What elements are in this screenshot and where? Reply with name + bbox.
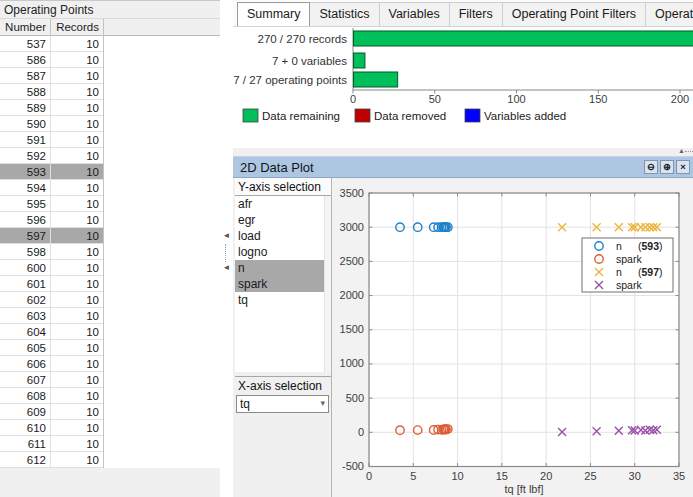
cell-records[interactable]: 10 xyxy=(51,196,104,212)
column-header-number[interactable]: Number xyxy=(0,19,51,36)
table-row[interactable]: 58810 xyxy=(0,84,104,100)
x-axis-dropdown[interactable]: tq ▾ xyxy=(236,395,329,413)
cell-number[interactable]: 608 xyxy=(0,388,51,404)
table-row[interactable]: 61210 xyxy=(0,452,104,468)
collapse-up-arrow-icon[interactable]: ▲ xyxy=(678,147,685,154)
table-row[interactable]: 59310 xyxy=(0,164,104,180)
tab-variables[interactable]: Variables xyxy=(379,2,450,26)
table-row[interactable]: 60210 xyxy=(0,292,104,308)
undock-icon[interactable]: ⊖ xyxy=(644,160,658,174)
cell-records[interactable]: 10 xyxy=(51,148,104,164)
splitter-grip[interactable] xyxy=(685,151,693,152)
y-axis-option-afr[interactable]: afr xyxy=(235,196,331,212)
table-row[interactable]: 60610 xyxy=(0,356,104,372)
y-axis-option-spark[interactable]: spark xyxy=(235,276,331,292)
tab-summary[interactable]: Summary xyxy=(237,2,310,27)
table-row[interactable]: 60710 xyxy=(0,372,104,388)
table-row[interactable]: 58710 xyxy=(0,68,104,84)
cell-records[interactable]: 10 xyxy=(51,356,104,372)
cell-number[interactable]: 595 xyxy=(0,196,51,212)
cell-records[interactable]: 10 xyxy=(51,452,104,468)
cell-number[interactable]: 609 xyxy=(0,404,51,420)
cell-number[interactable]: 602 xyxy=(0,292,51,308)
y-axis-option-egr[interactable]: egr xyxy=(235,212,331,228)
cell-records[interactable]: 10 xyxy=(51,68,104,84)
splitter-grip[interactable] xyxy=(225,244,226,262)
tab-statistics[interactable]: Statistics xyxy=(309,2,379,26)
cell-records[interactable]: 10 xyxy=(51,36,104,52)
cell-number[interactable]: 593 xyxy=(0,164,51,180)
table-row[interactable]: 59110 xyxy=(0,132,104,148)
y-axis-option-n[interactable]: n xyxy=(235,260,331,276)
cell-number[interactable]: 588 xyxy=(0,84,51,100)
cell-number[interactable]: 586 xyxy=(0,52,51,68)
cell-number[interactable]: 612 xyxy=(0,452,51,468)
cell-number[interactable]: 596 xyxy=(0,212,51,228)
tab-operating-point-filters[interactable]: Operating Point Filters xyxy=(502,2,646,26)
cell-number[interactable]: 598 xyxy=(0,244,51,260)
cell-records[interactable]: 10 xyxy=(51,212,104,228)
table-row[interactable]: 60310 xyxy=(0,308,104,324)
cell-records[interactable]: 10 xyxy=(51,324,104,340)
list-scrollbar[interactable] xyxy=(324,196,331,372)
cell-records[interactable]: 10 xyxy=(51,180,104,196)
cell-number[interactable]: 594 xyxy=(0,180,51,196)
cell-number[interactable]: 601 xyxy=(0,276,51,292)
cell-records[interactable]: 10 xyxy=(51,308,104,324)
plot-canvas[interactable]: 05101520253035-5000500100015002000250030… xyxy=(332,178,693,497)
tab-operating-point-notes[interactable]: Operating Point Notes xyxy=(645,2,693,26)
table-row[interactable]: 53710 xyxy=(0,36,104,52)
table-row[interactable]: 59410 xyxy=(0,180,104,196)
table-row[interactable]: 60910 xyxy=(0,404,104,420)
y-axis-option-logno[interactable]: logno xyxy=(235,244,331,260)
cell-records[interactable]: 10 xyxy=(51,116,104,132)
cell-number[interactable]: 611 xyxy=(0,436,51,452)
table-row[interactable]: 61110 xyxy=(0,436,104,452)
collapse-left-arrow-icon[interactable]: ◄ xyxy=(221,231,232,241)
cell-records[interactable]: 10 xyxy=(51,388,104,404)
cell-records[interactable]: 10 xyxy=(51,132,104,148)
cell-records[interactable]: 10 xyxy=(51,244,104,260)
cell-records[interactable]: 10 xyxy=(51,372,104,388)
cell-number[interactable]: 587 xyxy=(0,68,51,84)
close-icon[interactable]: × xyxy=(676,160,690,174)
column-header-records[interactable]: Records xyxy=(51,19,104,36)
cell-number[interactable]: 607 xyxy=(0,372,51,388)
tab-filters[interactable]: Filters xyxy=(449,2,503,26)
cell-records[interactable]: 10 xyxy=(51,420,104,436)
table-row[interactable]: 58610 xyxy=(0,52,104,68)
cell-records[interactable]: 10 xyxy=(51,292,104,308)
maximize-icon[interactable]: ⊕ xyxy=(660,160,674,174)
cell-records[interactable]: 10 xyxy=(51,100,104,116)
cell-number[interactable]: 610 xyxy=(0,420,51,436)
cell-number[interactable]: 591 xyxy=(0,132,51,148)
table-row[interactable]: 60410 xyxy=(0,324,104,340)
vertical-splitter[interactable]: ◄ ◄ xyxy=(220,0,233,497)
cell-records[interactable]: 10 xyxy=(51,340,104,356)
table-row[interactable]: 59610 xyxy=(0,212,104,228)
cell-records[interactable]: 10 xyxy=(51,52,104,68)
table-row[interactable]: 60010 xyxy=(0,260,104,276)
cell-records[interactable]: 10 xyxy=(51,260,104,276)
table-row[interactable]: 58910 xyxy=(0,100,104,116)
cell-records[interactable]: 10 xyxy=(51,164,104,180)
cell-records[interactable]: 10 xyxy=(51,276,104,292)
table-row[interactable]: 60510 xyxy=(0,340,104,356)
cell-number[interactable]: 605 xyxy=(0,340,51,356)
table-row[interactable]: 59010 xyxy=(0,116,104,132)
y-axis-option-tq[interactable]: tq xyxy=(235,292,331,308)
cell-number[interactable]: 590 xyxy=(0,116,51,132)
table-row[interactable]: 59810 xyxy=(0,244,104,260)
cell-number[interactable]: 592 xyxy=(0,148,51,164)
cell-records[interactable]: 10 xyxy=(51,228,104,244)
table-row[interactable]: 60810 xyxy=(0,388,104,404)
cell-records[interactable]: 10 xyxy=(51,404,104,420)
cell-number[interactable]: 600 xyxy=(0,260,51,276)
collapse-left-arrow-icon[interactable]: ◄ xyxy=(221,263,232,273)
cell-records[interactable]: 10 xyxy=(51,84,104,100)
table-row[interactable]: 59210 xyxy=(0,148,104,164)
cell-number[interactable]: 597 xyxy=(0,228,51,244)
table-row[interactable]: 60110 xyxy=(0,276,104,292)
cell-number[interactable]: 604 xyxy=(0,324,51,340)
horizontal-splitter[interactable]: ▲ xyxy=(233,148,693,156)
